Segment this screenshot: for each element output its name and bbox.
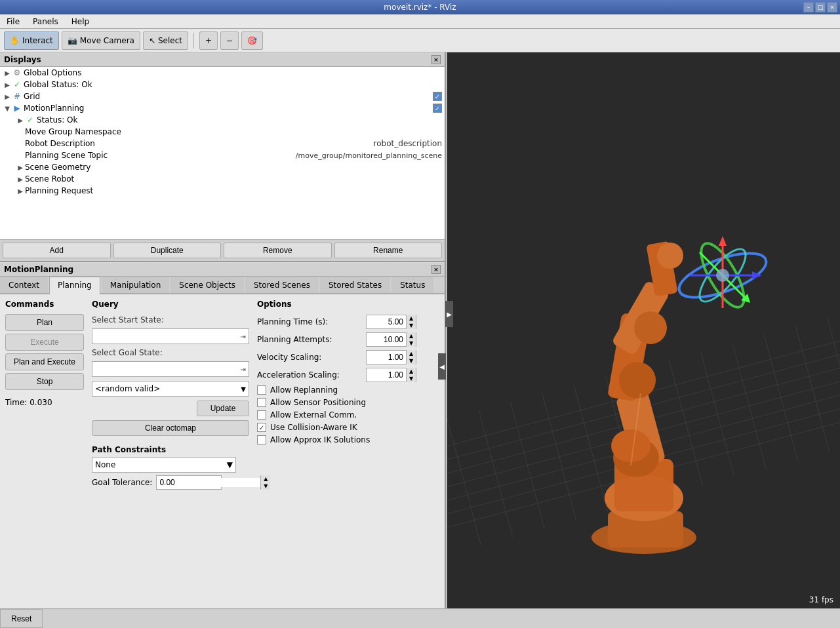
allow-approx-checkbox[interactable] bbox=[257, 435, 266, 444]
viewport[interactable]: 31 fps bbox=[447, 52, 840, 608]
arrow[interactable]: ▶ bbox=[3, 69, 12, 77]
acceleration-scaling-value[interactable] bbox=[367, 370, 406, 380]
tab-scene-objects[interactable]: Scene Objects bbox=[170, 277, 244, 293]
goal-tolerance-value[interactable] bbox=[157, 478, 260, 487]
planning-attempts-spinbox[interactable]: ▲ ▼ bbox=[366, 332, 416, 347]
motion-icon: ▶ bbox=[12, 104, 22, 113]
goal-state-arrow[interactable]: ⇥ bbox=[241, 366, 246, 373]
arrow[interactable]: ▼ bbox=[3, 105, 12, 112]
goal-tolerance-input[interactable]: ▲ ▼ bbox=[156, 475, 222, 490]
maximize-btn[interactable]: □ bbox=[815, 2, 826, 12]
acceleration-scaling-down[interactable]: ▼ bbox=[407, 375, 416, 382]
velocity-scaling-value[interactable] bbox=[367, 353, 406, 362]
planning-time-up[interactable]: ▲ bbox=[407, 315, 416, 322]
rename-display-btn[interactable]: Rename bbox=[334, 243, 443, 258]
camera-pos-btn[interactable]: 🎯 bbox=[241, 31, 263, 50]
allow-sensor-checkbox[interactable] bbox=[257, 398, 266, 407]
velocity-scaling-up[interactable]: ▲ bbox=[407, 350, 416, 357]
planning-time-spinners: ▲ ▼ bbox=[406, 315, 416, 329]
add-icon-btn[interactable]: + bbox=[199, 31, 218, 50]
use-collision-checkbox[interactable] bbox=[257, 423, 266, 432]
clear-octomap-btn[interactable]: Clear octomap bbox=[92, 420, 249, 436]
svg-point-35 bbox=[611, 429, 650, 462]
right-handle-top[interactable]: ▶ bbox=[445, 301, 453, 327]
arrow[interactable]: ▶ bbox=[3, 93, 12, 100]
tab-context[interactable]: Context bbox=[0, 277, 48, 293]
tree-item-planning-scene[interactable]: Planning Scene Topic /move_group/monitor… bbox=[0, 149, 445, 161]
planning-attempts-up[interactable]: ▲ bbox=[407, 332, 416, 340]
motion-panel-close[interactable]: × bbox=[431, 265, 441, 274]
remove-display-btn[interactable]: Remove bbox=[224, 243, 332, 258]
tab-stored-states[interactable]: Stored States bbox=[320, 277, 390, 293]
move-camera-btn[interactable]: 📷 Move Camera bbox=[62, 31, 140, 50]
velocity-scaling-down[interactable]: ▼ bbox=[407, 357, 416, 364]
arrow[interactable]: ▶ bbox=[16, 164, 25, 171]
tree-item-move-group-ns[interactable]: Move Group Namespace bbox=[0, 126, 445, 138]
tree-item-status-ok[interactable]: ▶ ✓ Status: Ok bbox=[0, 114, 445, 126]
tree-item-planning-request[interactable]: ▶ Planning Request bbox=[0, 185, 445, 197]
displays-tree[interactable]: ▶ ⚙ Global Options ▶ ✓ Global Status: Ok… bbox=[0, 67, 445, 239]
reset-btn[interactable]: Reset bbox=[0, 609, 43, 628]
plan-and-execute-btn[interactable]: Plan and Execute bbox=[5, 353, 84, 370]
duplicate-display-btn[interactable]: Duplicate bbox=[113, 243, 222, 258]
plan-btn[interactable]: Plan bbox=[5, 314, 84, 331]
displays-panel: Displays × ▶ ⚙ Global Options ▶ ✓ Global… bbox=[0, 52, 445, 262]
time-display: Time: 0.030 bbox=[5, 398, 84, 407]
path-constraints-select[interactable]: None ▼ bbox=[92, 457, 236, 473]
tree-item-global-status[interactable]: ▶ ✓ Global Status: Ok bbox=[0, 79, 445, 90]
displays-close-btn[interactable]: × bbox=[431, 55, 441, 64]
start-state-arrow[interactable]: ⇥ bbox=[241, 333, 246, 340]
tree-item-grid[interactable]: ▶ # Grid bbox=[0, 90, 445, 102]
menu-help[interactable]: Help bbox=[68, 16, 93, 28]
select-goal-input[interactable]: ⇥ bbox=[92, 361, 249, 377]
item-label: Grid bbox=[24, 92, 433, 101]
tree-item-robot-desc[interactable]: Robot Description robot_description bbox=[0, 138, 445, 149]
tab-planning[interactable]: Planning bbox=[49, 277, 100, 294]
tree-item-scene-robot[interactable]: ▶ Scene Robot bbox=[0, 173, 445, 185]
allow-sensor-label: Allow Sensor Positioning bbox=[270, 398, 366, 407]
minimize-btn[interactable]: – bbox=[803, 2, 814, 12]
planning-attempts-value[interactable] bbox=[367, 335, 406, 344]
item-value: /move_group/monitored_planning_scene bbox=[296, 151, 442, 160]
planning-time-down[interactable]: ▼ bbox=[407, 322, 416, 329]
tree-item-scene-geometry[interactable]: ▶ Scene Geometry bbox=[0, 161, 445, 173]
menu-file[interactable]: File bbox=[3, 16, 24, 28]
add-display-btn[interactable]: Add bbox=[3, 243, 111, 258]
tree-item-motion-planning[interactable]: ▼ ▶ MotionPlanning bbox=[0, 102, 445, 114]
random-valid-select[interactable]: <random valid> ▼ bbox=[92, 381, 249, 397]
tab-stored-scenes[interactable]: Stored Scenes bbox=[245, 277, 319, 293]
grid-checkbox[interactable] bbox=[433, 92, 442, 101]
motion-checkbox[interactable] bbox=[433, 104, 442, 113]
tab-manipulation[interactable]: Manipulation bbox=[102, 277, 170, 293]
allow-replanning-checkbox[interactable] bbox=[257, 385, 266, 395]
interact-btn[interactable]: ✋ Interact bbox=[4, 31, 59, 50]
update-btn[interactable]: Update bbox=[197, 401, 249, 416]
planning-time-spinbox[interactable]: ▲ ▼ bbox=[366, 315, 416, 329]
arrow[interactable]: ▶ bbox=[3, 81, 12, 88]
tab-content-planning: Commands Plan Execute Plan and Execute S… bbox=[0, 294, 445, 608]
select-btn[interactable]: ↖ Select bbox=[143, 31, 188, 50]
left-panel-collapse[interactable]: ◀ bbox=[438, 353, 446, 380]
acceleration-scaling-up[interactable]: ▲ bbox=[407, 368, 416, 375]
tab-status[interactable]: Status bbox=[391, 277, 433, 293]
planning-time-value[interactable] bbox=[367, 317, 406, 326]
arrow[interactable]: ▶ bbox=[16, 117, 25, 124]
velocity-scaling-spinbox[interactable]: ▲ ▼ bbox=[366, 350, 416, 364]
arrow[interactable]: ▶ bbox=[16, 187, 25, 195]
status-bar: Reset bbox=[0, 608, 840, 628]
remove-icon-btn[interactable]: − bbox=[220, 31, 239, 50]
allow-external-checkbox[interactable] bbox=[257, 410, 266, 420]
motion-panel-header: MotionPlanning × bbox=[0, 262, 445, 277]
velocity-scaling-spinners: ▲ ▼ bbox=[406, 350, 416, 364]
close-btn[interactable]: × bbox=[827, 2, 837, 12]
acceleration-scaling-spinbox[interactable]: ▲ ▼ bbox=[366, 368, 416, 382]
stop-btn[interactable]: Stop bbox=[5, 373, 84, 390]
path-constraints-section: Path Constraints None ▼ Goal Tolerance: … bbox=[92, 445, 249, 490]
path-constraints-header: Path Constraints bbox=[92, 445, 249, 454]
select-start-input[interactable]: ⇥ bbox=[92, 328, 249, 344]
menu-panels[interactable]: Panels bbox=[29, 16, 62, 28]
execute-btn[interactable]: Execute bbox=[5, 334, 84, 351]
tree-item-global-options[interactable]: ▶ ⚙ Global Options bbox=[0, 67, 445, 79]
arrow[interactable]: ▶ bbox=[16, 176, 25, 183]
planning-attempts-down[interactable]: ▼ bbox=[407, 340, 416, 347]
